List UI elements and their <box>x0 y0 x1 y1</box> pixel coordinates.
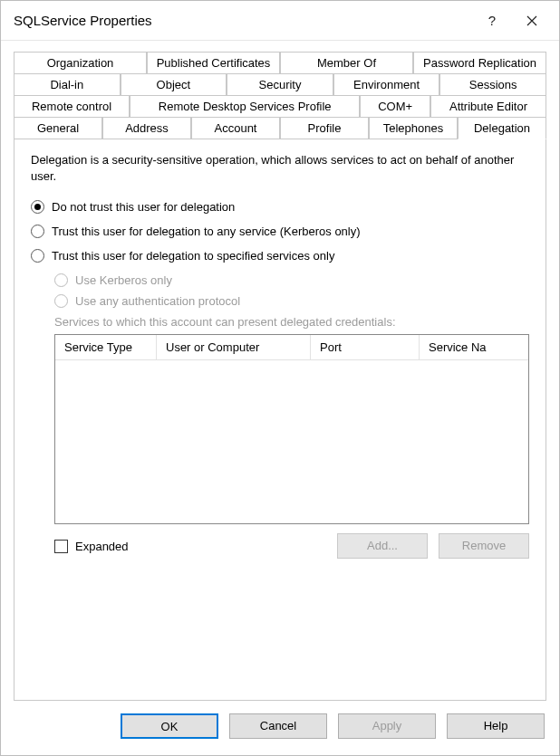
tab-remote-control[interactable]: Remote control <box>14 95 130 117</box>
radio-label: Use any authentication protocol <box>75 294 240 308</box>
tab-telephones[interactable]: Telephones <box>369 117 458 139</box>
radio-label: Trust this user for delegation to any se… <box>52 225 361 238</box>
delegation-description: Delegation is a security-sensitive opera… <box>31 152 529 184</box>
services-caption: Services to which this account can prese… <box>54 315 529 329</box>
ok-button[interactable]: OK <box>121 713 218 739</box>
cancel-button[interactable]: Cancel <box>229 713 327 739</box>
radio-label: Use Kerberos only <box>75 273 172 287</box>
tab-security[interactable]: Security <box>227 73 333 95</box>
tab-page-delegation: Delegation is a security-sensitive opera… <box>14 139 546 701</box>
radio-specified-services[interactable]: Trust this user for delegation to specif… <box>31 249 529 263</box>
radio-icon <box>31 200 44 214</box>
services-table: Service Type User or Computer Port Servi… <box>54 334 529 524</box>
radio-any-service[interactable]: Trust this user for delegation to any se… <box>31 225 529 238</box>
below-table-row: Expanded Add... Remove <box>54 533 529 559</box>
tab-environment[interactable]: Environment <box>333 73 440 95</box>
tab-remote-desktop-profile[interactable]: Remote Desktop Services Profile <box>130 95 360 117</box>
help-icon[interactable]: ? <box>472 3 512 39</box>
dialog-footer: OK Cancel Apply Help <box>1 701 559 755</box>
radio-icon <box>54 273 68 287</box>
radio-label: Do not trust this user for delegation <box>52 200 235 214</box>
column-user-or-computer[interactable]: User or Computer <box>157 335 311 359</box>
tab-delegation[interactable]: Delegation <box>458 117 546 139</box>
tab-profile[interactable]: Profile <box>280 117 369 139</box>
table-body <box>55 360 528 523</box>
radio-kerberos-only: Use Kerberos only <box>54 273 529 287</box>
tab-sessions[interactable]: Sessions <box>439 73 546 95</box>
expanded-label: Expanded <box>75 540 129 553</box>
tab-general[interactable]: General <box>14 117 102 139</box>
radio-label: Trust this user for delegation to specif… <box>52 249 334 263</box>
sub-options: Use Kerberos only Use any authentication… <box>54 270 529 559</box>
tab-com-plus[interactable]: COM+ <box>360 95 430 117</box>
column-service-name[interactable]: Service Na <box>420 335 528 359</box>
properties-dialog: SQLService Properties ? Organization Pub… <box>0 0 560 756</box>
tab-address[interactable]: Address <box>102 117 191 139</box>
help-button[interactable]: Help <box>447 713 545 739</box>
table-header: Service Type User or Computer Port Servi… <box>55 335 528 360</box>
tab-password-replication[interactable]: Password Replication <box>413 52 546 73</box>
radio-icon <box>31 249 44 263</box>
tab-account[interactable]: Account <box>191 117 280 139</box>
apply-button: Apply <box>338 713 436 739</box>
tab-dial-in[interactable]: Dial-in <box>14 73 121 95</box>
radio-icon <box>31 225 44 238</box>
column-service-type[interactable]: Service Type <box>55 335 157 359</box>
column-port[interactable]: Port <box>311 335 420 359</box>
window-title: SQLService Properties <box>14 13 472 28</box>
expanded-checkbox[interactable] <box>54 540 68 553</box>
remove-button: Remove <box>439 533 529 559</box>
tab-published-certificates[interactable]: Published Certificates <box>147 52 280 73</box>
radio-icon <box>54 294 68 308</box>
titlebar: SQLService Properties ? <box>1 1 559 41</box>
radio-any-protocol: Use any authentication protocol <box>54 294 529 308</box>
tabstrip: Organization Published Certificates Memb… <box>14 52 546 139</box>
tab-organization[interactable]: Organization <box>14 52 147 73</box>
add-button: Add... <box>337 533 428 559</box>
tab-object[interactable]: Object <box>121 73 227 95</box>
close-icon[interactable] <box>512 3 552 39</box>
tab-attribute-editor[interactable]: Attribute Editor <box>430 95 546 117</box>
radio-no-trust[interactable]: Do not trust this user for delegation <box>31 200 529 214</box>
content-area: Organization Published Certificates Memb… <box>1 41 559 701</box>
tab-member-of[interactable]: Member Of <box>280 52 413 73</box>
